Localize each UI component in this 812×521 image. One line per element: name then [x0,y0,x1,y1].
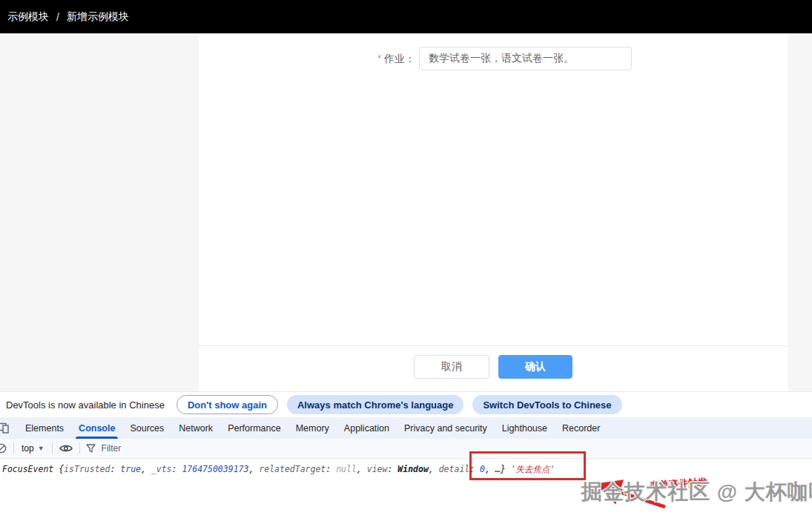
tab-network[interactable]: Network [171,417,220,439]
filter-icon [86,444,96,453]
homework-field-label: *作业： [199,53,415,66]
console-token-obj: FocusEvent [2,464,59,474]
form-panel: *作业： 取消 确认 [199,33,788,391]
page-background: *作业： 取消 确认 [0,33,812,391]
devtools-tabbar: ElementsConsoleSourcesNetworkPerformance… [0,417,812,439]
breadcrumb-item-parent[interactable]: 示例模块 [7,10,49,24]
tab-memory[interactable]: Memory [288,417,337,439]
tab-privacy-and-security[interactable]: Privacy and security [397,417,495,439]
infobar-button-switch-devtools-to-chinese[interactable]: Switch DevTools to Chinese [472,395,621,414]
infobar-buttons: Don't show againAlways match Chrome's la… [165,395,622,414]
console-token-prop: view [367,464,388,474]
console-token-plain: : [326,464,336,474]
infobar-button-don-t-show-again[interactable]: Don't show again [176,395,278,414]
devtools-tabs: ElementsConsoleSourcesNetworkPerformance… [18,417,607,439]
console-token-objname: Window [397,464,429,474]
watermark: 掘金技术社区 @ 大杯咖啡 [581,478,812,506]
infobar-message: DevTools is now available in Chinese [6,399,165,411]
breadcrumb-item-current: 新增示例模块 [67,10,129,24]
toolbar-divider [13,442,14,454]
toolbar-divider [52,442,53,454]
required-mark: * [377,53,381,64]
clear-console-icon[interactable] [0,442,7,454]
console-token-plain: , [141,464,151,474]
console-token-plain: : [172,464,182,474]
eye-icon[interactable] [59,443,73,454]
confirm-button[interactable]: 确认 [498,355,572,379]
console-token-prop: relatedTarget [259,464,326,474]
console-token-prop: isTrusted [64,464,110,474]
console-token-plain: , [429,464,439,474]
form-footer: 取消 确认 [199,345,788,392]
context-label: top [22,443,34,454]
tab-performance[interactable]: Performance [220,417,288,439]
console-token-value: 1764750039173 [182,464,248,474]
console-token-plain: , [248,464,259,474]
console-toolbar: top ▼ Filter [0,439,812,459]
console-token-prop: _vts [151,464,172,474]
tab-application[interactable]: Application [337,417,397,439]
cancel-button[interactable]: 取消 [414,355,489,379]
homework-label-text: 作业： [384,53,415,64]
screen: 示例模块 / 新增示例模块 *作业： 取消 确认 DevTools is now… [0,0,812,521]
annotation-highlight-box [469,451,586,480]
toolbar-divider [79,442,80,454]
tab-sources[interactable]: Sources [122,417,171,439]
javascript-context-selector[interactable]: top ▼ [20,443,46,454]
console-token-plain: : [110,464,120,474]
infobar-button-always-match-chrome-s-language[interactable]: Always match Chrome's language [287,395,463,414]
toggle-device-toolbar-icon[interactable] [0,422,10,434]
console-token-null: null [336,464,357,474]
console-token-plain: , [357,464,367,474]
tab-console[interactable]: Console [71,417,122,439]
chevron-down-icon: ▼ [38,445,44,452]
console-token-prop: detail [439,464,470,474]
breadcrumb-separator: / [56,11,59,23]
homework-input[interactable] [419,47,632,70]
console-token-value: true [120,464,141,474]
console-filter[interactable]: Filter [86,443,122,454]
filter-placeholder: Filter [102,443,122,454]
tab-lighthouse[interactable]: Lighthouse [495,417,555,439]
tab-elements[interactable]: Elements [18,417,71,439]
breadcrumb: 示例模块 / 新增示例模块 [0,0,812,33]
devtools-language-infobar: DevTools is now available in Chinese Don… [0,392,812,417]
tab-recorder[interactable]: Recorder [555,417,607,439]
console-token-plain: : [387,464,397,474]
